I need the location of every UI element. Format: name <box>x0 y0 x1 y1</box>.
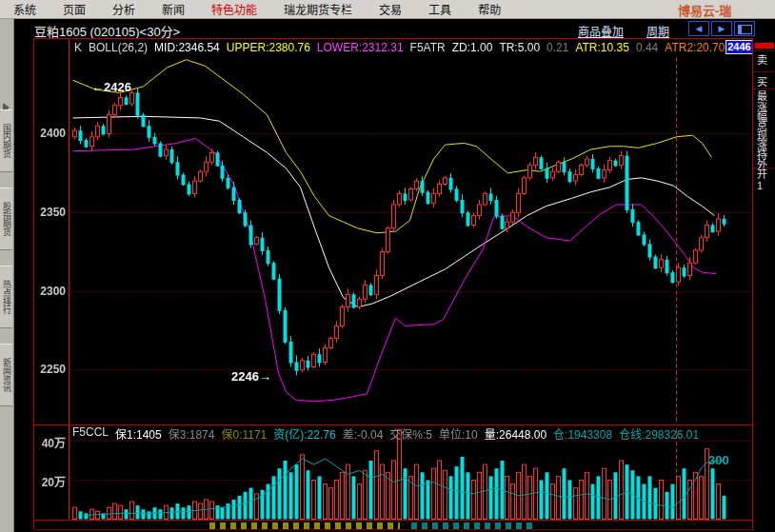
trading-app-window: 系统页面分析新闻特色功能瑞龙期货专栏交易工具帮助 博易云-瑞 国内期货股指期货热… <box>0 0 775 532</box>
menu-item-3[interactable]: 新闻 <box>149 1 198 17</box>
f5ccl-segment-5: 差:-0.04 <box>343 425 384 442</box>
f5ccl-segment-10: 仓线:298326.01 <box>619 425 699 442</box>
sidebar-tab-0[interactable]: 国内期货 <box>0 109 12 172</box>
low-annotation: 2246→ <box>231 369 271 384</box>
clipped-indicator-strip <box>209 522 400 529</box>
quote-field-label: 卖 <box>757 55 767 66</box>
menu-item-1[interactable]: 页面 <box>50 1 99 17</box>
boll-segment-2: MID:2346.54 <box>154 41 220 54</box>
f5ccl-indicator-row: F5CCL保1:1405保3:1874保0:1171资(亿):22.76差:-0… <box>72 425 699 442</box>
f5ccl-segment-8: 量:26448.00 <box>485 425 546 442</box>
boll-segment-8: 0.21 <box>546 41 568 54</box>
menu-item-8[interactable]: 帮助 <box>465 1 514 17</box>
f5ccl-segment-1: 保1:1405 <box>115 425 162 442</box>
app-title: 博易云-瑞 <box>678 1 775 19</box>
high-annotation: ←2426 <box>91 80 131 94</box>
f5ccl-segment-6: 交保%:5 <box>389 425 432 442</box>
boll-segment-5: F5ATR <box>410 41 446 54</box>
price-tick-label: 2400 <box>33 127 66 140</box>
boll-segment-3: UPPER:2380.76 <box>227 41 310 54</box>
boll-segment-1: BOLL(26,2) <box>89 41 148 54</box>
clipped-indicator-strip <box>411 522 535 529</box>
menu-item-0[interactable]: 系统 <box>0 1 50 17</box>
boll-segment-10: 0.44 <box>636 41 658 54</box>
frame-bottom-line-2 <box>33 529 775 530</box>
sidebar-tab-1[interactable]: 股指期货 <box>0 187 12 250</box>
sidebar-tabbar: 国内期货股指期货热点排行新闻资讯 <box>0 19 14 532</box>
menu-bar: 系统页面分析新闻特色功能瑞龙期货专栏交易工具帮助 <box>0 0 775 19</box>
f5ccl-segment-4: 资(亿):22.76 <box>273 425 335 442</box>
top-price-badge: 2446 <box>725 40 753 54</box>
split-window-icon[interactable] <box>734 21 755 36</box>
boll-segment-11: ATR2:20.70 <box>665 41 725 54</box>
quote-panel: 卖买最涨幅总现涨持外开1 <box>752 38 775 530</box>
boll-segment-0: K <box>74 41 82 54</box>
menu-item-4[interactable]: 特色功能 <box>198 1 270 17</box>
price-tick-label: 2300 <box>33 285 66 298</box>
f5ccl-segment-7: 单位:10 <box>439 425 478 442</box>
candlestick-chart[interactable] <box>33 39 752 530</box>
quote-separator <box>753 167 775 168</box>
f5ccl-segment-9: 仓:1943308 <box>553 425 612 442</box>
ccl-value-label: 300 <box>708 453 729 467</box>
menu-item-2[interactable]: 分析 <box>99 1 149 17</box>
quote-separator <box>753 89 775 89</box>
f5ccl-segment-0: F5CCL <box>72 425 109 442</box>
boll-indicator-row: KBOLL(26,2)MID:2346.54UPPER:2380.76LOWER… <box>74 41 725 54</box>
boll-segment-9: ATR:10.35 <box>575 41 628 54</box>
split-window-glyph <box>738 25 752 34</box>
quote-field-label: 最 <box>757 91 767 102</box>
quote-separator <box>753 71 775 72</box>
back-arrow-icon[interactable]: ◀ <box>688 21 709 36</box>
price-tick-label: 2350 <box>33 206 66 219</box>
f5ccl-segment-2: 保3:1874 <box>169 425 215 442</box>
quote-field-label: 1 <box>757 181 763 191</box>
menu-item-6[interactable]: 交易 <box>366 1 415 17</box>
frame-bottom-line <box>33 520 775 521</box>
price-tick-label: 2250 <box>33 363 66 376</box>
boll-segment-6: ZD:1.00 <box>452 41 493 54</box>
frame-top-line <box>33 38 775 39</box>
menu-item-5[interactable]: 瑞龙期货专栏 <box>270 1 366 17</box>
sidebar-tab-2[interactable]: 热点排行 <box>0 266 12 328</box>
forward-arrow-icon[interactable]: ▶ <box>711 21 732 36</box>
quote-red-bar <box>755 43 774 49</box>
boll-segment-7: TR:5.00 <box>499 41 540 54</box>
sidebar-tab-3[interactable]: 新闻资讯 <box>0 344 12 406</box>
period-button[interactable]: 周期 <box>646 23 669 39</box>
boll-segment-4: LOWER:2312.31 <box>317 41 404 54</box>
quote-separator <box>753 50 775 51</box>
overlay-button[interactable]: 商品叠加 <box>578 23 624 39</box>
volume-tick-label: 40万 <box>33 434 66 450</box>
menu-item-7[interactable]: 工具 <box>415 1 465 17</box>
f5ccl-segment-3: 保0:1171 <box>221 425 267 442</box>
quote-field-label: 开 <box>757 169 767 180</box>
volume-tick-label: 20万 <box>33 473 66 489</box>
quote-field-label: 买 <box>757 77 767 88</box>
